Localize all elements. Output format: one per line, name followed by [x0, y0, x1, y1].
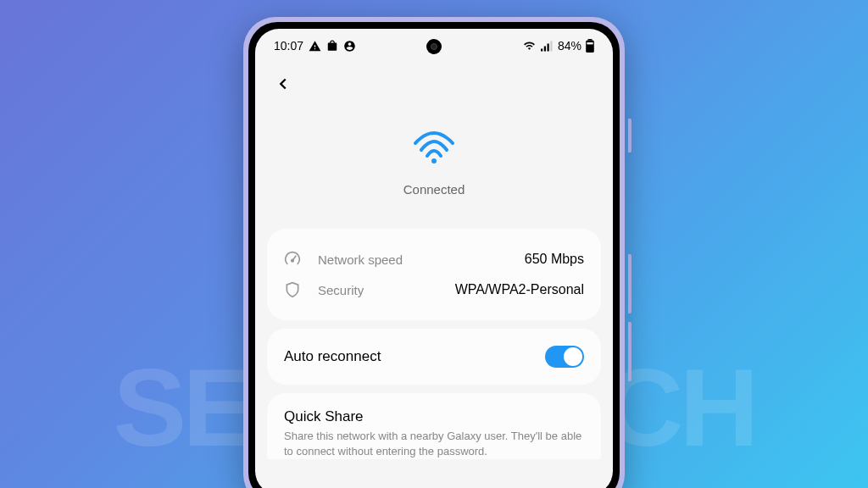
wifi-icon — [272, 131, 596, 169]
battery-percent: 84% — [558, 39, 581, 53]
network-info-card: Network speed 650 Mbps Security WPA/WPA2… — [267, 229, 601, 320]
svg-rect-6 — [587, 42, 593, 44]
speed-label: Network speed — [318, 252, 525, 267]
warning-icon — [309, 40, 321, 53]
connection-status: Connected — [272, 182, 596, 197]
account-icon — [343, 40, 356, 53]
signal-icon — [541, 41, 554, 52]
back-button[interactable] — [274, 73, 292, 99]
volume-up-button — [628, 254, 632, 313]
battery-icon — [586, 39, 594, 53]
svg-rect-5 — [586, 41, 594, 53]
auto-reconnect-label: Auto reconnect — [284, 348, 381, 365]
shield-icon — [284, 281, 304, 298]
phone-frame: 10:07 — [243, 17, 625, 488]
auto-reconnect-toggle[interactable] — [545, 346, 584, 368]
side-button — [628, 119, 632, 152]
svg-rect-0 — [541, 48, 542, 51]
speed-value: 650 Mbps — [525, 252, 584, 267]
svg-point-7 — [431, 158, 437, 164]
quick-share-setting[interactable]: Quick Share Share this network with a ne… — [267, 393, 601, 459]
camera-notch — [426, 39, 442, 54]
svg-rect-3 — [550, 41, 552, 51]
security-value: WPA/WPA2-Personal — [455, 282, 584, 297]
volume-down-button — [628, 322, 632, 381]
wifi-status-icon — [522, 40, 537, 52]
status-time: 10:07 — [274, 39, 303, 53]
phone-screen: 10:07 — [255, 29, 613, 488]
bag-icon — [326, 40, 338, 52]
svg-rect-4 — [588, 39, 593, 41]
speed-icon — [284, 251, 304, 268]
svg-point-8 — [292, 259, 294, 262]
security-label: Security — [318, 283, 455, 297]
svg-rect-2 — [547, 43, 548, 51]
auto-reconnect-setting[interactable]: Auto reconnect — [267, 329, 601, 385]
quick-share-description: Share this network with a nearby Galaxy … — [284, 429, 584, 459]
quick-share-title: Quick Share — [284, 408, 584, 425]
svg-rect-1 — [544, 46, 546, 51]
